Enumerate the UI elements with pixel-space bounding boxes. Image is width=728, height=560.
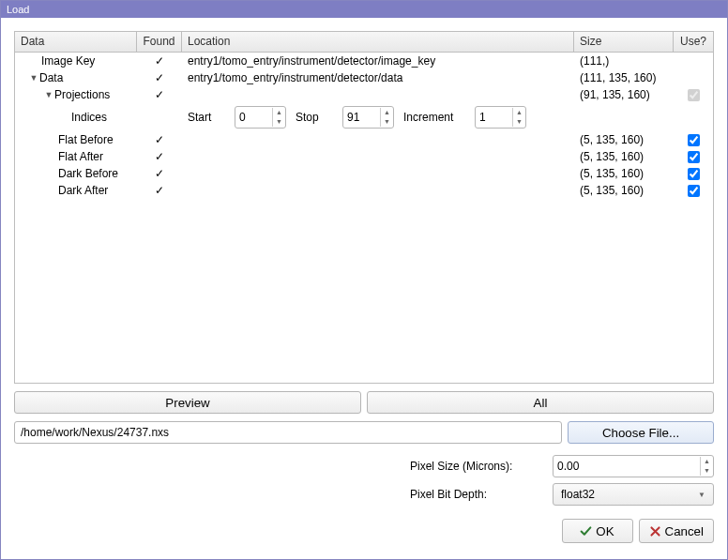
table-row-flat-before[interactable]: Flat Before ✓ (5, 135, 160)	[15, 131, 713, 148]
bit-depth-label: Pixel Bit Depth:	[410, 488, 541, 501]
ok-label: OK	[596, 524, 614, 538]
table-row-dark-after[interactable]: Dark After ✓ (5, 135, 160)	[15, 182, 713, 199]
row-label: Image Key	[41, 54, 95, 68]
row-size: (5, 135, 160)	[574, 167, 674, 180]
cancel-icon	[649, 525, 661, 537]
data-tree-table: Data Found Location Size Use? Image Key …	[14, 31, 714, 384]
start-label: Start	[188, 111, 225, 124]
found-mark: ✓	[137, 150, 182, 163]
header-size[interactable]: Size	[574, 32, 674, 52]
table-row-flat-after[interactable]: Flat After ✓ (5, 135, 160)	[15, 148, 713, 165]
use-checkbox-projections	[688, 89, 700, 101]
found-mark: ✓	[137, 167, 182, 180]
table-row-dark-before[interactable]: Dark Before ✓ (5, 135, 160)	[15, 165, 713, 182]
table-header: Data Found Location Size Use?	[15, 32, 713, 53]
bit-depth-value: float32	[561, 488, 595, 501]
button-row: Preview All	[14, 391, 714, 414]
spin-down-icon[interactable]: ▼	[513, 117, 525, 127]
row-size: (5, 135, 160)	[574, 184, 674, 197]
row-label: Projections	[54, 88, 110, 101]
dialog-button-bar: OK Cancel	[14, 519, 714, 543]
row-label: Dark Before	[58, 167, 118, 180]
row-location: entry1/tomo_entry/instrument/detector/im…	[182, 54, 574, 68]
header-use[interactable]: Use?	[674, 32, 713, 52]
cancel-button[interactable]: Cancel	[639, 519, 715, 543]
inc-input[interactable]	[476, 107, 512, 128]
form-rows: Pixel Size (Microns): ▲▼ Pixel Bit Depth…	[14, 455, 714, 506]
row-size: (111, 135, 160)	[574, 71, 674, 84]
inc-spinner[interactable]: ▲▼	[475, 106, 526, 129]
found-mark: ✓	[137, 54, 182, 68]
row-label: Indices	[71, 111, 107, 124]
dialog-body: Data Found Location Size Use? Image Key …	[1, 18, 727, 559]
choose-file-button[interactable]: Choose File...	[568, 421, 714, 444]
window-title: Load	[7, 4, 29, 15]
spin-down-icon[interactable]: ▼	[701, 466, 713, 476]
found-mark: ✓	[137, 71, 182, 84]
pixel-size-spinner[interactable]: ▲▼	[553, 455, 714, 477]
row-location: entry1/tomo_entry/instrument/detector/da…	[182, 71, 574, 84]
inc-label: Increment	[403, 111, 465, 124]
path-row: Choose File...	[14, 421, 714, 444]
use-checkbox-flat-after[interactable]	[688, 151, 700, 163]
found-mark: ✓	[137, 184, 182, 197]
stop-spinner[interactable]: ▲▼	[342, 106, 394, 129]
row-size: (111,)	[574, 54, 674, 68]
row-label: Flat After	[58, 150, 103, 163]
header-data[interactable]: Data	[15, 32, 137, 52]
use-checkbox-dark-after[interactable]	[688, 185, 700, 197]
found-mark: ✓	[137, 133, 182, 146]
row-label: Dark After	[58, 184, 108, 197]
ok-button[interactable]: OK	[562, 519, 633, 543]
row-label: Data	[39, 71, 63, 84]
start-spinner[interactable]: ▲▼	[235, 106, 286, 129]
spin-up-icon[interactable]: ▲	[513, 108, 525, 117]
expand-icon[interactable]: ▼	[28, 73, 39, 83]
start-input[interactable]	[235, 107, 272, 128]
chevron-down-icon: ▼	[698, 491, 705, 499]
spin-down-icon[interactable]: ▼	[273, 117, 285, 127]
window-titlebar: Load	[1, 1, 727, 18]
stop-input[interactable]	[343, 107, 380, 128]
found-mark: ✓	[137, 88, 182, 101]
use-checkbox-dark-before[interactable]	[688, 168, 700, 180]
table-row-projections[interactable]: ▼Projections ✓ (91, 135, 160)	[15, 86, 713, 103]
row-size: (91, 135, 160)	[574, 88, 674, 101]
spin-down-icon[interactable]: ▼	[381, 117, 393, 127]
table-row-image-key[interactable]: Image Key ✓ entry1/tomo_entry/instrument…	[15, 53, 713, 69]
bit-depth-select[interactable]: float32 ▼	[553, 483, 714, 506]
cancel-label: Cancel	[665, 524, 705, 538]
table-row-data[interactable]: ▼Data ✓ entry1/tomo_entry/instrument/det…	[15, 69, 713, 86]
ok-icon	[580, 525, 592, 537]
load-dialog: Load Data Found Location Size Use? Image…	[0, 0, 728, 560]
pixel-size-label: Pixel Size (Microns):	[410, 460, 541, 473]
header-found[interactable]: Found	[137, 32, 182, 52]
header-location[interactable]: Location	[182, 32, 574, 52]
preview-button[interactable]: Preview	[14, 391, 361, 414]
use-checkbox-flat-before[interactable]	[688, 134, 700, 146]
file-path-input[interactable]	[14, 421, 562, 444]
row-label: Flat Before	[58, 133, 114, 146]
spin-up-icon[interactable]: ▲	[273, 108, 285, 117]
stop-label: Stop	[296, 111, 333, 124]
expand-icon[interactable]: ▼	[43, 90, 54, 99]
row-size: (5, 135, 160)	[574, 150, 674, 163]
pixel-size-input[interactable]	[554, 456, 700, 477]
all-button[interactable]: All	[367, 391, 714, 414]
spin-up-icon[interactable]: ▲	[381, 108, 393, 117]
table-row-indices: Indices Start ▲▼ Stop ▲▼ Increment ▲▼	[15, 103, 713, 131]
table-body: Image Key ✓ entry1/tomo_entry/instrument…	[15, 53, 713, 383]
row-size: (5, 135, 160)	[574, 133, 674, 146]
spin-up-icon[interactable]: ▲	[701, 457, 713, 466]
